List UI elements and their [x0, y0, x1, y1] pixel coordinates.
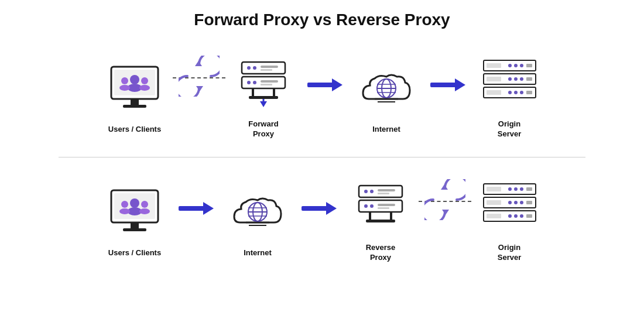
svg-point-92: [508, 201, 512, 204]
reverse-proxy-icon: [354, 175, 407, 239]
svg-point-58: [121, 201, 128, 208]
svg-rect-80: [390, 212, 392, 221]
svg-point-6: [121, 77, 128, 84]
arrow-fp-to-inet: [302, 53, 348, 117]
svg-point-14: [253, 66, 256, 70]
svg-point-76: [370, 204, 374, 208]
svg-rect-73: [378, 193, 389, 194]
svg-point-8: [141, 77, 148, 84]
arrow-users-to-inet-bottom: [173, 176, 220, 241]
svg-point-13: [247, 66, 251, 70]
svg-marker-10: [195, 61, 202, 66]
arrow-inet-to-origin-top: [424, 53, 471, 117]
svg-point-99: [514, 214, 518, 218]
svg-rect-89: [526, 187, 532, 191]
svg-point-86: [508, 187, 512, 191]
svg-point-18: [247, 81, 251, 84]
origin-icon-bottom: [482, 175, 537, 239]
node-users-bottom: Users / Clients: [97, 180, 173, 258]
svg-marker-82: [441, 184, 448, 190]
svg-point-87: [514, 187, 518, 191]
svg-rect-20: [261, 80, 278, 83]
node-forward-proxy: ForwardProxy: [225, 52, 302, 139]
svg-point-9: [139, 85, 150, 91]
svg-point-94: [520, 201, 523, 204]
svg-point-42: [508, 77, 512, 81]
cycle-arrows-forward: [179, 56, 220, 97]
forward-proxy-icon: [237, 52, 290, 116]
svg-point-56: [130, 198, 139, 208]
svg-rect-101: [526, 214, 532, 218]
arrow-right-icon3: [179, 203, 214, 214]
svg-point-98: [508, 214, 512, 218]
users-top-label: Users / Clients: [108, 125, 161, 135]
arrow-right-icon: [307, 80, 342, 90]
svg-rect-15: [261, 66, 278, 68]
svg-point-61: [139, 208, 150, 214]
svg-point-100: [520, 214, 523, 218]
svg-point-43: [514, 77, 518, 81]
svg-marker-11: [196, 86, 203, 91]
svg-point-88: [520, 187, 523, 191]
svg-rect-16: [261, 69, 272, 71]
page-title: Forward Proxy vs Reverse Proxy: [194, 11, 450, 29]
svg-point-75: [364, 204, 368, 208]
svg-rect-35: [487, 63, 501, 68]
users-icon-top: [108, 57, 161, 121]
svg-point-36: [508, 64, 512, 67]
internet-icon-top: [357, 57, 416, 121]
svg-point-44: [520, 77, 523, 81]
node-origin-bottom: OriginServer: [471, 175, 547, 263]
svg-point-50: [520, 91, 523, 94]
forward-proxy-row: Users / Clients: [6, 34, 638, 157]
node-reverse-proxy: ReverseProxy: [342, 175, 419, 263]
svg-point-7: [119, 85, 130, 91]
svg-point-49: [514, 91, 518, 94]
svg-point-38: [520, 64, 523, 67]
origin-bottom-label: OriginServer: [498, 243, 521, 263]
svg-point-71: [370, 190, 374, 193]
svg-rect-85: [487, 187, 501, 191]
internet-bottom-label: Internet: [244, 248, 272, 258]
svg-rect-45: [526, 77, 532, 81]
svg-rect-21: [261, 84, 272, 85]
arrow-inet-to-rproxy: [296, 176, 342, 241]
reverse-proxy-row: Users / Clients Internet: [6, 157, 638, 280]
reverse-proxy-label: ReverseProxy: [366, 243, 396, 263]
svg-rect-55: [123, 228, 146, 231]
svg-rect-39: [526, 64, 532, 67]
origin-icon-top: [482, 52, 537, 116]
svg-point-59: [119, 208, 130, 214]
svg-rect-97: [487, 214, 501, 218]
svg-rect-24: [249, 96, 278, 99]
node-origin-top: OriginServer: [471, 52, 547, 139]
origin-top-label: OriginServer: [498, 119, 521, 139]
svg-rect-78: [378, 207, 389, 209]
svg-point-93: [514, 201, 518, 204]
diagram-area: Users / Clients: [6, 34, 638, 280]
cycle-arrows-reverse: [424, 179, 465, 220]
svg-rect-77: [378, 204, 395, 206]
svg-marker-83: [442, 210, 449, 215]
internet-top-label: Internet: [372, 125, 400, 135]
svg-rect-47: [487, 90, 501, 95]
svg-rect-54: [131, 222, 139, 228]
forward-proxy-label: ForwardProxy: [248, 119, 278, 139]
svg-point-19: [253, 81, 256, 84]
svg-rect-91: [487, 200, 501, 205]
arrow-right-icon2: [430, 80, 465, 90]
svg-rect-2: [131, 99, 139, 105]
users-bottom-label: Users / Clients: [108, 248, 161, 258]
users-icon-bottom: [108, 180, 161, 245]
svg-rect-3: [123, 105, 146, 108]
arrow-right-icon4: [302, 203, 337, 214]
svg-rect-79: [369, 212, 371, 221]
svg-point-48: [508, 91, 512, 94]
node-internet-bottom: Internet: [220, 180, 296, 258]
svg-point-37: [514, 64, 518, 67]
node-users-top: Users / Clients: [97, 57, 173, 135]
svg-rect-72: [378, 189, 395, 191]
svg-rect-22: [252, 88, 254, 97]
svg-marker-26: [260, 101, 267, 107]
node-internet-top: Internet: [348, 57, 424, 135]
